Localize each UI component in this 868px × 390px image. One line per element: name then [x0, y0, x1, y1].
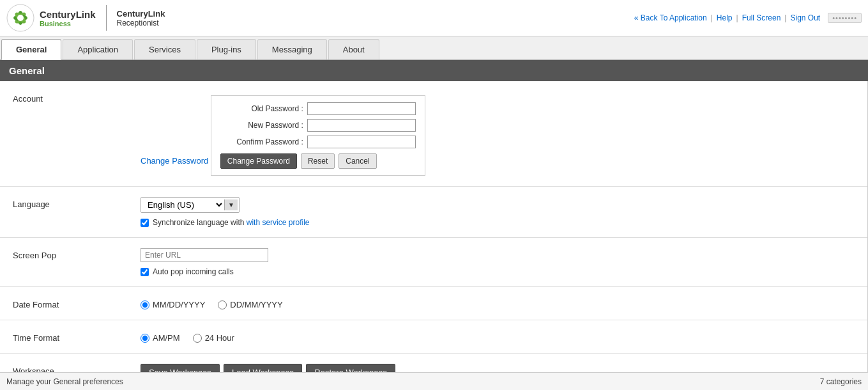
reset-button[interactable]: Reset [301, 153, 335, 169]
password-buttons: Change Password Reset Cancel [220, 153, 416, 169]
old-password-input[interactable] [307, 102, 416, 115]
content-area[interactable]: Account Change Password Old Password : N… [0, 81, 868, 372]
time-format-24hr-label: 24 Hour [205, 333, 234, 343]
app-name: CenturyLink Receptionist [117, 9, 165, 27]
date-format-radio-row: MM/DD/YYYY DD/MM/YYYY [141, 297, 855, 309]
sync-language-label: Synchronize language with with service p… [153, 218, 309, 227]
change-password-button[interactable]: Change Password [220, 153, 297, 169]
time-format-content: AM/PM 24 Hour [141, 331, 855, 343]
new-password-row: New Password : [220, 119, 416, 132]
screen-pop-label: Screen Pop [13, 248, 141, 260]
sign-out-link[interactable]: Sign Out [790, 13, 820, 22]
full-screen-link[interactable]: Full Screen [742, 13, 781, 22]
page-title-bar: General [0, 60, 868, 81]
logo-area: CenturyLink Business CenturyLink Recepti… [6, 4, 165, 32]
confirm-password-label: Confirm Password : [220, 137, 303, 146]
time-format-ampm-radio[interactable] [141, 334, 149, 343]
back-to-application-link[interactable]: « Back To Application [634, 13, 707, 22]
auto-pop-label: Auto pop incoming calls [153, 267, 234, 276]
auto-pop-row: Auto pop incoming calls [141, 267, 855, 276]
nav-tab-messaging[interactable]: Messaging [257, 39, 327, 59]
header-right: « Back To Application | Help | Full Scre… [634, 13, 862, 23]
logo-divider [106, 5, 107, 31]
url-input[interactable] [141, 248, 268, 262]
screen-pop-content: Auto pop incoming calls [141, 248, 855, 276]
language-content: English (US) French Spanish German ▼ Syn… [141, 197, 855, 227]
language-label: Language [13, 197, 141, 209]
help-link[interactable]: Help [717, 13, 733, 22]
logo-accent: Business [40, 20, 96, 27]
workspace-content: Save Workspace Load Workspace Restore Wo… [141, 364, 855, 372]
nav-tab-application[interactable]: Application [63, 39, 133, 59]
status-bar-left: Manage your General preferences [6, 377, 123, 386]
status-bar-right: 7 categories [820, 377, 862, 386]
user-id-badge: •••••••• [828, 13, 862, 23]
app-container: CenturyLink Business CenturyLink Recepti… [0, 0, 868, 390]
change-password-link[interactable]: Change Password [141, 156, 208, 166]
language-section: Language English (US) French Spanish Ger… [0, 187, 867, 238]
logo-text: CenturyLink Business [40, 9, 96, 27]
date-format-content: MM/DD/YYYY DD/MM/YYYY [141, 297, 855, 309]
date-format-ddmmyyyy[interactable]: DD/MM/YYYY [218, 300, 282, 309]
confirm-password-row: Confirm Password : [220, 136, 416, 148]
screen-pop-section: Screen Pop Auto pop incoming calls [0, 238, 867, 287]
centurylink-logo-icon [6, 4, 34, 32]
date-format-label: Date Format [13, 297, 141, 309]
account-label: Account [13, 91, 141, 104]
time-format-label: Time Format [13, 331, 141, 343]
new-password-label: New Password : [220, 121, 303, 130]
svg-point-5 [17, 15, 24, 21]
account-section: Account Change Password Old Password : N… [0, 81, 867, 187]
nav-tab-plugins[interactable]: Plug-ins [197, 39, 256, 59]
workspace-buttons: Save Workspace Load Workspace Restore Wo… [141, 364, 855, 372]
nav-tabs: GeneralApplicationServicesPlug-insMessag… [0, 36, 868, 60]
language-dropdown-arrow[interactable]: ▼ [224, 199, 238, 210]
status-bar: Manage your General preferences 7 catego… [0, 372, 868, 390]
confirm-password-input[interactable] [307, 136, 416, 148]
auto-pop-checkbox[interactable] [141, 268, 149, 276]
date-format-section: Date Format MM/DD/YYYY DD/MM/YYYY [0, 287, 867, 320]
new-password-input[interactable] [307, 119, 416, 132]
sync-language-row: Synchronize language with with service p… [141, 218, 855, 227]
time-format-ampm-label: AM/PM [153, 333, 180, 343]
account-content: Change Password Old Password : New Passw… [141, 91, 855, 176]
nav-tab-general[interactable]: General [1, 39, 61, 60]
old-password-row: Old Password : [220, 102, 416, 115]
date-format-mmddyyyy-radio[interactable] [141, 300, 149, 309]
old-password-label: Old Password : [220, 104, 303, 113]
load-workspace-button[interactable]: Load Workspace [224, 364, 302, 372]
time-format-ampm[interactable]: AM/PM [141, 333, 180, 343]
restore-workspace-button[interactable]: Restore Workspace [306, 364, 395, 372]
page-title: General [9, 65, 45, 76]
nav-tab-services[interactable]: Services [134, 39, 195, 59]
nav-tab-about[interactable]: About [328, 39, 379, 59]
app-name-line2: Receptionist [117, 19, 165, 27]
sync-language-checkbox[interactable] [141, 219, 149, 227]
time-format-section: Time Format AM/PM 24 Hour [0, 320, 867, 354]
date-format-mmddyyyy[interactable]: MM/DD/YYYY [141, 300, 205, 309]
time-format-24hr-radio[interactable] [193, 334, 202, 343]
time-format-24hr[interactable]: 24 Hour [193, 333, 234, 343]
language-select[interactable]: English (US) French Spanish German [141, 198, 224, 212]
cancel-button[interactable]: Cancel [339, 153, 376, 169]
workspace-label: Workspace [13, 364, 141, 372]
time-format-radio-row: AM/PM 24 Hour [141, 331, 855, 343]
password-box: Old Password : New Password : Confirm Pa… [211, 95, 425, 176]
logo-name: CenturyLink [40, 9, 96, 20]
date-format-ddmmyyyy-radio[interactable] [218, 300, 227, 309]
date-format-ddmmyyyy-label: DD/MM/YYYY [230, 300, 282, 309]
app-name-line1: CenturyLink [117, 9, 165, 19]
header: CenturyLink Business CenturyLink Recepti… [0, 0, 868, 36]
workspace-section: Workspace Save Workspace Load Workspace … [0, 354, 867, 372]
save-workspace-button[interactable]: Save Workspace [141, 364, 220, 372]
date-format-mmddyyyy-label: MM/DD/YYYY [153, 300, 205, 309]
